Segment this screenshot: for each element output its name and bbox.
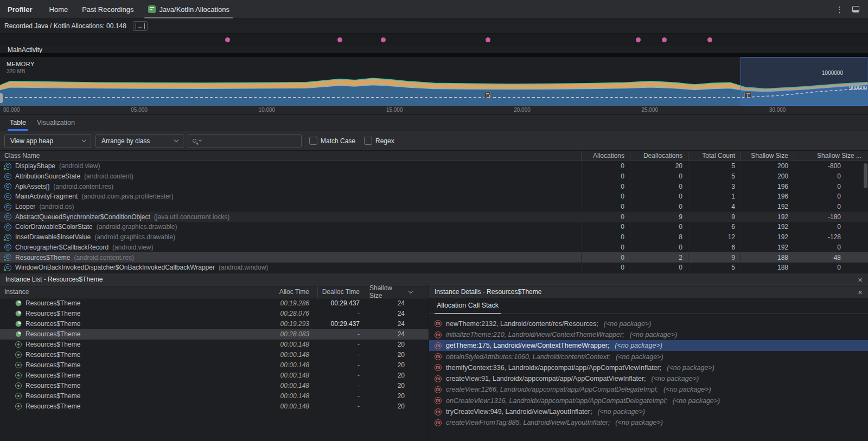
- instance-row[interactable]: Resources$Theme00:00.148-20: [0, 360, 429, 370]
- regex-checkbox-box[interactable]: [364, 137, 372, 145]
- shallow-size-cell: 188: [741, 252, 794, 263]
- column-header-shallow-size[interactable]: Shallow Size: [741, 151, 794, 161]
- instance-name: Resources$Theme: [25, 310, 80, 317]
- instance-row[interactable]: Resources$Theme00:00.148-20: [0, 340, 429, 350]
- window-layout-icon[interactable]: [852, 6, 859, 12]
- class-name: AbstractQueuedSynchronizer$ConditionObje…: [15, 213, 150, 221]
- column-header-allocations[interactable]: Allocations: [581, 151, 630, 161]
- alloc-time-cell: 00:00.148: [258, 360, 317, 370]
- shallow-size-cell: 192: [741, 202, 794, 212]
- timeline-selection[interactable]: [741, 57, 867, 106]
- instance-row[interactable]: Resources$Theme00:00.148-20: [0, 350, 429, 360]
- class-row[interactable]: CInsetDrawable$InsetValue(android.graphi…: [0, 232, 868, 242]
- right-axis-label-2: 900000: [849, 85, 867, 91]
- dealloc-time-cell: -: [317, 381, 369, 391]
- class-row[interactable]: CMainActivityFragment(android.com.java.p…: [0, 191, 868, 202]
- instance-list-title: Instance List - Resources$Theme: [5, 276, 103, 283]
- total-count-cell: 4: [688, 202, 741, 212]
- instance-row[interactable]: Resources$Theme00:00.148-20: [0, 391, 429, 401]
- column-header-deallocations[interactable]: Deallocations: [630, 151, 688, 161]
- match-case-checkbox-box[interactable]: [309, 137, 317, 145]
- zoom-to-fit-button[interactable]: ↔: [133, 21, 148, 31]
- tab-table[interactable]: Table: [4, 114, 31, 131]
- right-axis-label-1: 1000000: [822, 70, 843, 76]
- column-header-alloc-time[interactable]: Alloc Time: [258, 286, 317, 298]
- call-stack-frame[interactable]: mobtainStyledAttributes:1060, Landroid/c…: [429, 351, 868, 362]
- memory-chart-svg[interactable]: [0, 57, 868, 106]
- class-row[interactable]: CLooper(android.os)0041920: [0, 202, 868, 212]
- search-box[interactable]: [188, 134, 302, 148]
- shallow-size-change-cell: 0: [794, 263, 868, 273]
- search-input[interactable]: [204, 137, 297, 145]
- class-row[interactable]: CColorDrawable$ColorState(android.graphi…: [0, 222, 868, 232]
- instance-row[interactable]: Resources$Theme00:19.28600:29.43724: [0, 298, 429, 309]
- allocation-event-dot[interactable]: [381, 37, 386, 42]
- shallow-size-cell: 188: [741, 263, 794, 273]
- event-markers-strip[interactable]: [0, 34, 868, 46]
- instance-icon: [15, 382, 22, 389]
- call-stack-frame[interactable]: minitializeTheme:210, Landroid/view/Cont…: [429, 329, 868, 340]
- call-stack-frame[interactable]: mcreateView:91, Landroidx/appcompat/app/…: [429, 373, 868, 384]
- class-row[interactable]: CAbstractQueuedSynchronizer$ConditionObj…: [0, 212, 868, 222]
- instance-name-cell: Resources$Theme: [0, 372, 258, 379]
- deallocations-cell: 0: [630, 181, 688, 191]
- close-instance-details-icon[interactable]: ×: [858, 288, 863, 296]
- axis-tick-label: 10.000: [259, 107, 276, 113]
- regex-checkbox[interactable]: Regex: [364, 137, 394, 145]
- arrange-dropdown[interactable]: Arrange by class: [95, 134, 183, 148]
- call-stack-frame[interactable]: mnewTheme:2132, Landroid/content/res/Res…: [429, 318, 868, 329]
- column-header-shallow-size[interactable]: Shallow Size: [369, 286, 429, 298]
- instance-table-header: InstanceAlloc TimeDealloc TimeShallow Si…: [0, 286, 429, 298]
- close-instance-list-icon[interactable]: ×: [858, 276, 863, 284]
- allocation-event-dot[interactable]: [636, 37, 641, 42]
- kebab-menu-icon[interactable]: ⋮: [835, 5, 844, 14]
- sort-descending-icon: [409, 289, 413, 293]
- call-stack-frame[interactable]: mgetTheme:175, Landroid/view/ContextThem…: [429, 340, 868, 351]
- column-header-total-count[interactable]: Total Count: [688, 151, 741, 161]
- column-header-dealloc-time[interactable]: Dealloc Time: [317, 286, 369, 298]
- instance-row[interactable]: Resources$Theme00:00.148-20: [0, 401, 429, 412]
- allocation-event-dot[interactable]: [662, 37, 667, 42]
- instance-row[interactable]: Resources$Theme00:19.29300:29.43724: [0, 319, 429, 329]
- shallow-size-cell: 200: [741, 161, 794, 171]
- class-row[interactable]: CChoreographer$CallbackRecord(android.vi…: [0, 242, 868, 253]
- allocation-event-dot[interactable]: [337, 37, 342, 42]
- instance-row[interactable]: Resources$Theme00:28.083-24: [0, 329, 429, 340]
- call-stack-frame[interactable]: mthemifyContext:336, Landroidx/appcompat…: [429, 362, 868, 373]
- column-header-class-name[interactable]: Class Name: [0, 152, 581, 159]
- class-row[interactable]: CResources$Theme(android.content.res)029…: [0, 252, 868, 263]
- frame-package: (<no package>): [673, 397, 720, 405]
- allocation-event-dot[interactable]: [707, 37, 712, 42]
- instance-row[interactable]: Resources$Theme00:28.076-24: [0, 309, 429, 319]
- class-row[interactable]: CDisplayShape(android.view)0205200-800: [0, 161, 868, 171]
- call-stack-frame[interactable]: monCreateView:1316, Landroidx/appcompat/…: [429, 395, 868, 406]
- allocation-event-dot[interactable]: [486, 37, 490, 42]
- tab-past-recordings[interactable]: Past Recordings: [75, 0, 141, 18]
- match-case-checkbox[interactable]: Match Case: [309, 137, 355, 145]
- tab-java-kotlin-allocations[interactable]: Java/Kotlin Allocations: [141, 0, 237, 18]
- arrange-dropdown-value: Arrange by class: [101, 137, 150, 145]
- instance-name: Resources$Theme: [25, 351, 80, 359]
- frame-package: (<no package>): [667, 364, 714, 372]
- class-row[interactable]: CApkAssets[](android.content.res)0031960: [0, 181, 868, 191]
- allocation-event-dot[interactable]: [225, 37, 230, 42]
- class-row[interactable]: CAttributionSourceState(android.content)…: [0, 171, 868, 182]
- tab-allocation-call-stack[interactable]: Allocation Call Stack: [435, 298, 501, 314]
- window-controls: ⋮: [835, 5, 868, 14]
- heap-dropdown[interactable]: View app heap: [4, 134, 91, 148]
- call-stack-frame[interactable]: mcreateViewFromTag:885, Landroid/view/La…: [429, 417, 868, 428]
- instance-row[interactable]: Resources$Theme00:00.148-20: [0, 381, 429, 391]
- class-row[interactable]: CWindowOnBackInvokedDispatcher$OnBackInv…: [0, 263, 868, 273]
- chart-resize-handle[interactable]: [0, 93, 3, 103]
- call-stack-frame[interactable]: mcreateView:1266, Landroidx/appcompat/ap…: [429, 384, 868, 395]
- tab-home[interactable]: Home: [42, 0, 75, 18]
- tab-visualization[interactable]: Visualization: [31, 114, 80, 131]
- memory-chart[interactable]: MEMORY 320 MB 1000000 900000: [0, 57, 868, 106]
- call-stack-frame[interactable]: mtryCreateView:949, Landroid/view/Layout…: [429, 406, 868, 417]
- column-header-instance[interactable]: Instance: [0, 288, 258, 296]
- class-table-scrollbar[interactable]: [864, 163, 867, 188]
- instance-row[interactable]: Resources$Theme00:00.148-20: [0, 370, 429, 381]
- frame-package: (<no package>): [616, 353, 663, 361]
- column-header-shallow-size[interactable]: Shallow Size ...: [794, 151, 868, 161]
- search-options-chevron-icon[interactable]: [199, 138, 202, 142]
